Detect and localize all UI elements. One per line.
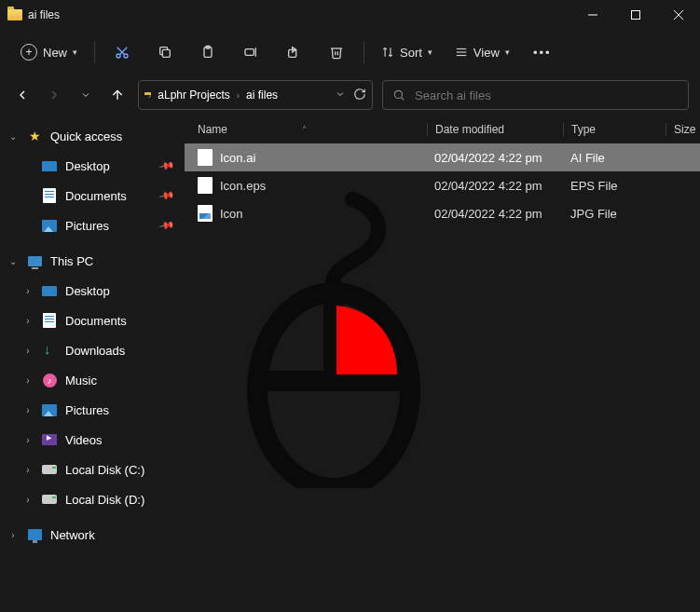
recent-dropdown[interactable]	[75, 84, 97, 106]
file-name: Icon.ai	[220, 151, 255, 165]
sidebar-item-pictures[interactable]: ›Pictures	[0, 395, 185, 425]
svg-rect-1	[632, 11, 640, 20]
file-icon	[198, 149, 213, 166]
sidebar-item-videos[interactable]: ›Videos	[0, 425, 185, 455]
sidebar-item-label: Documents	[65, 189, 127, 203]
sidebar-quick-access[interactable]: ⌄ ★ Quick access	[0, 121, 185, 151]
file-icon	[198, 205, 213, 222]
sidebar-item-label: Pictures	[65, 403, 109, 417]
address-bar[interactable]: › aLphr Projects › ai files	[138, 80, 373, 110]
back-button[interactable]	[11, 84, 34, 106]
chevron-down-icon: ⌄	[7, 131, 19, 142]
download-icon	[41, 342, 58, 359]
sidebar-item-pictures[interactable]: Pictures 📌	[0, 211, 185, 240]
column-name[interactable]: Name˄	[198, 123, 427, 136]
document-icon	[41, 312, 58, 329]
forward-button[interactable]	[43, 84, 65, 106]
delete-button[interactable]	[317, 35, 356, 69]
sidebar-item-disk-c[interactable]: ›Local Disk (C:)	[0, 455, 185, 484]
breadcrumb-item[interactable]: aLphr Projects	[155, 87, 232, 103]
view-icon	[455, 46, 468, 59]
copy-button[interactable]	[145, 35, 185, 69]
chevron-right-icon: ›	[7, 530, 19, 540]
cut-button[interactable]	[103, 35, 142, 69]
svg-point-22	[257, 292, 410, 488]
separator	[364, 41, 364, 63]
column-headers: Name˄ Date modified Type Size	[185, 116, 700, 143]
video-icon	[41, 431, 58, 448]
file-name: Icon.eps	[220, 179, 266, 193]
sidebar-label: Quick access	[50, 129, 122, 143]
chevron-right-icon: ›	[237, 90, 240, 101]
new-button[interactable]: + New ▾	[11, 35, 87, 69]
main: ⌄ ★ Quick access Desktop 📌 Documents 📌 P…	[0, 116, 700, 612]
sidebar-item-label: Documents	[65, 314, 127, 328]
sidebar-network[interactable]: › Network	[0, 520, 185, 550]
sidebar-item-documents[interactable]: ›Documents	[0, 306, 185, 335]
nav-row: › aLphr Projects › ai files	[0, 75, 700, 116]
sort-icon	[381, 46, 394, 59]
breadcrumb-item[interactable]: ai files	[243, 87, 281, 103]
sidebar-item-label: Desktop	[65, 284, 110, 298]
desktop-icon	[41, 282, 58, 299]
chevron-down-icon: ⌄	[7, 256, 19, 266]
sort-button[interactable]: Sort ▾	[372, 35, 442, 69]
right-click-mouse-overlay	[240, 190, 427, 491]
view-button[interactable]: View ▾	[446, 35, 519, 69]
address-dropdown[interactable]	[335, 88, 346, 102]
sidebar-item-label: Videos	[65, 433, 103, 447]
pin-icon: 📌	[158, 187, 176, 205]
toolbar: + New ▾ Sort ▾ View ▾ •••	[0, 30, 700, 75]
column-date[interactable]: Date modified	[427, 123, 563, 136]
file-row[interactable]: Icon.ai 02/04/2022 4:22 pm AI File	[185, 143, 700, 171]
sidebar-item-desktop[interactable]: Desktop 📌	[0, 151, 185, 181]
minimize-button[interactable]	[571, 0, 614, 30]
refresh-button[interactable]	[353, 88, 366, 103]
search-box[interactable]	[382, 80, 689, 110]
maximize-button[interactable]	[614, 0, 657, 30]
sort-label: Sort	[400, 46, 422, 60]
rename-button[interactable]	[231, 35, 270, 69]
sidebar-item-downloads[interactable]: ›Downloads	[0, 335, 185, 365]
disk-icon	[41, 491, 58, 508]
file-row[interactable]: Icon 02/04/2022 4:22 pm JPG File	[185, 199, 700, 227]
sidebar-item-disk-d[interactable]: ›Local Disk (D:)	[0, 484, 185, 514]
pin-icon: 📌	[158, 217, 176, 235]
sidebar-item-documents[interactable]: Documents 📌	[0, 181, 185, 211]
paste-button[interactable]	[188, 35, 227, 69]
sidebar-item-label: Downloads	[65, 344, 125, 358]
file-date: 02/04/2022 4:22 pm	[427, 179, 563, 193]
chevron-down-icon: ▾	[73, 48, 77, 57]
share-button[interactable]	[274, 35, 313, 69]
sidebar-item-label: Music	[65, 374, 97, 388]
chevron-right-icon: ›	[22, 316, 34, 326]
file-row[interactable]: Icon.eps 02/04/2022 4:22 pm EPS File	[185, 171, 700, 199]
up-button[interactable]	[106, 84, 129, 106]
window-title: ai files	[28, 8, 571, 21]
chevron-right-icon: ›	[22, 346, 34, 356]
sidebar-item-label: Local Disk (D:)	[65, 493, 144, 507]
svg-rect-8	[162, 49, 170, 57]
ellipsis-icon: •••	[533, 46, 552, 60]
chevron-down-icon: ▾	[505, 48, 510, 57]
file-icon	[198, 177, 213, 194]
file-type: EPS File	[563, 179, 666, 193]
chevron-right-icon: ›	[22, 465, 34, 475]
chevron-right-icon: ›	[22, 405, 34, 415]
close-button[interactable]	[657, 0, 700, 30]
folder-icon	[7, 7, 22, 22]
sidebar-item-desktop[interactable]: ›Desktop	[0, 276, 185, 306]
more-button[interactable]: •••	[523, 35, 562, 69]
picture-icon	[41, 401, 58, 418]
svg-point-20	[394, 90, 402, 98]
sidebar-item-music[interactable]: ›♪Music	[0, 365, 185, 395]
sidebar-label: This PC	[50, 254, 93, 268]
column-size[interactable]: Size	[666, 123, 700, 136]
disk-icon	[41, 461, 58, 478]
search-input[interactable]	[415, 88, 679, 102]
column-type[interactable]: Type	[563, 123, 666, 136]
sort-asc-icon: ˄	[302, 125, 307, 135]
sidebar-this-pc[interactable]: ⌄ This PC	[0, 246, 185, 276]
chevron-right-icon: ›	[22, 495, 34, 505]
music-icon: ♪	[41, 372, 58, 388]
